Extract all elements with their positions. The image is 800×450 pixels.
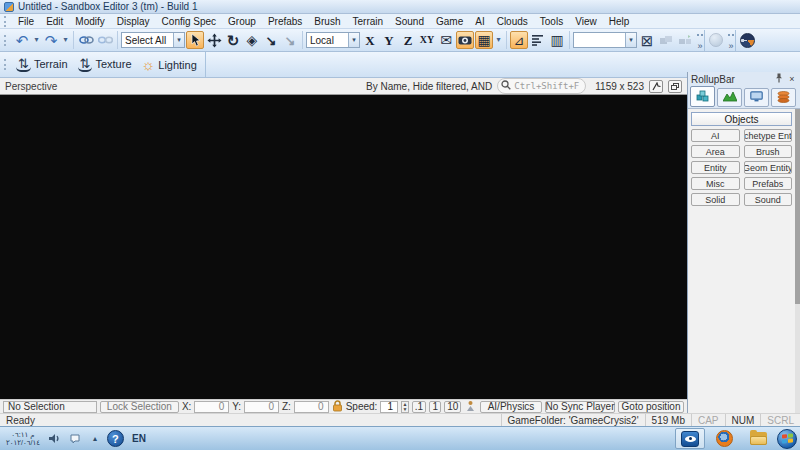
object-search-input[interactable]: Ctrl+Shift+F [497, 78, 586, 94]
camera-icon[interactable] [456, 31, 474, 49]
axis-xy-button[interactable]: XY [418, 31, 436, 49]
objects-rollup-header[interactable]: Objects [691, 112, 792, 126]
goto-position-button[interactable]: Goto position [618, 401, 684, 413]
lock-axis-icon[interactable] [332, 400, 343, 414]
action-center-icon[interactable] [67, 431, 83, 447]
menu-ai[interactable]: AI [469, 14, 490, 29]
pin-icon[interactable] [774, 73, 784, 85]
tab-layers[interactable] [771, 88, 796, 107]
menu-view[interactable]: View [569, 14, 603, 29]
redo-icon[interactable]: ↷ [42, 31, 60, 49]
redo-dropdown-icon[interactable]: ▾ [61, 31, 70, 49]
link-object-icon[interactable] [676, 31, 694, 49]
delete-named-selection-icon[interactable]: ⊠ [638, 31, 656, 49]
volume-icon[interactable] [47, 431, 63, 447]
axis-x-button[interactable]: X [361, 31, 379, 49]
filter-options-label[interactable]: By Name, Hide filtered, AND [366, 81, 492, 92]
help-question-icon[interactable]: ? [107, 430, 124, 447]
undo-dropdown-icon[interactable]: ▾ [32, 31, 41, 49]
menu-sound[interactable]: Sound [389, 14, 430, 29]
speed-preset-1-button[interactable]: 1 [429, 401, 441, 413]
taskbar-sandbox-button[interactable] [675, 428, 705, 449]
speed-preset-10-button[interactable]: 10 [444, 401, 461, 413]
object-type-entity-button[interactable]: Entity [691, 161, 740, 174]
menu-clouds[interactable]: Clouds [491, 14, 534, 29]
spin-down-icon[interactable]: ▼ [402, 407, 407, 412]
lock-selection-button[interactable]: Lock Selection [100, 401, 179, 413]
toolbar-overflow-button[interactable]: » [727, 30, 736, 51]
layer-list-icon[interactable] [529, 31, 547, 49]
object-type-archetype-entity-button[interactable]: Archetype Entity [744, 129, 793, 142]
menu-edit[interactable]: Edit [40, 14, 69, 29]
menu-tools[interactable]: Tools [534, 14, 569, 29]
follow-terrain-icon[interactable]: ↘ [281, 31, 299, 49]
taskbar-explorer-button[interactable] [743, 428, 773, 449]
perspective-viewport[interactable] [0, 95, 687, 399]
object-type-sound-button[interactable]: Sound [744, 193, 793, 206]
viewport-restore-button[interactable] [668, 80, 682, 93]
terrain-snap-player-icon[interactable] [464, 400, 477, 414]
terrain-button[interactable]: ⇅ Terrain [12, 55, 74, 75]
start-button[interactable] [777, 429, 797, 449]
material-sphere-icon[interactable] [707, 31, 725, 49]
language-indicator[interactable]: EN [128, 433, 150, 444]
object-type-ai-button[interactable]: AI [691, 129, 740, 142]
select-object-icon[interactable] [657, 31, 675, 49]
undo-icon[interactable]: ↶ [13, 31, 31, 49]
z-coordinate-field[interactable]: 0 [294, 401, 329, 413]
menu-help[interactable]: Help [603, 14, 636, 29]
link-icon[interactable] [77, 31, 95, 49]
combo-arrow-icon[interactable]: ▾ [625, 33, 636, 47]
ai-physics-button[interactable]: AI/Physics [480, 401, 542, 413]
taskbar-firefox-button[interactable] [709, 428, 739, 449]
viewport-mode-label[interactable]: Perspective [5, 81, 57, 92]
terrain-collision-icon[interactable]: ✉ [437, 31, 455, 49]
unlink-icon[interactable] [96, 31, 114, 49]
tab-display[interactable] [744, 88, 769, 107]
taskbar-clock[interactable]: م ٠٦:١١ ٢٠١٢/٠٦/١٤ [3, 431, 43, 447]
texture-button[interactable]: ⇅ Texture [74, 55, 138, 75]
menu-terrain[interactable]: Terrain [346, 14, 389, 29]
combo-arrow-icon[interactable]: ▾ [348, 33, 359, 47]
y-coordinate-field[interactable]: 0 [244, 401, 279, 413]
object-list-icon[interactable]: ▥ [548, 31, 566, 49]
combo-arrow-icon[interactable]: ▾ [173, 33, 184, 47]
menu-game[interactable]: Game [430, 14, 469, 29]
x-coordinate-field[interactable]: 0 [194, 401, 229, 413]
select-tool-button[interactable] [186, 31, 204, 49]
snap-grid-icon[interactable]: ▦ [475, 31, 493, 49]
show-hidden-icons-caret[interactable]: ▴ [87, 431, 103, 447]
axis-y-button[interactable]: Y [380, 31, 398, 49]
menu-brush[interactable]: Brush [308, 14, 346, 29]
menu-file[interactable]: File [12, 14, 40, 29]
object-type-solid-button[interactable]: Solid [691, 193, 740, 206]
tab-terrain[interactable] [717, 88, 742, 107]
toolbar-overflow-button[interactable]: » [696, 30, 705, 51]
scale-tool-icon[interactable]: ◈ [243, 31, 261, 49]
speed-stepper[interactable]: ▲▼ [401, 401, 408, 413]
axis-z-button[interactable]: Z [399, 31, 417, 49]
select-move-terrain-icon[interactable]: ↘ [262, 31, 280, 49]
object-type-geom-entity-button[interactable]: Geom Entity [744, 161, 793, 174]
lighting-button[interactable]: ☼ Lighting [138, 54, 203, 75]
no-sync-player-button[interactable]: No Sync Player [545, 401, 615, 413]
speed-preset-01-button[interactable]: .1 [412, 401, 426, 413]
reference-coords-combo[interactable]: Local ▾ [306, 32, 360, 48]
object-type-area-button[interactable]: Area [691, 145, 740, 158]
viewport-camera-settings-button[interactable] [649, 80, 663, 93]
close-icon[interactable]: × [787, 74, 797, 84]
menu-modify[interactable]: Modify [69, 14, 110, 29]
snap-grid-dropdown-icon[interactable]: ▾ [494, 31, 503, 49]
tab-objects[interactable] [690, 86, 715, 107]
speed-field[interactable]: 1 [380, 401, 398, 413]
selection-mask-combo[interactable]: Select All ▾ [121, 32, 185, 48]
menu-display[interactable]: Display [111, 14, 156, 29]
cinema-ball-icon[interactable] [738, 31, 756, 49]
named-selection-combo[interactable]: ▾ [573, 32, 637, 48]
menu-config-spec[interactable]: Config Spec [156, 14, 222, 29]
object-type-misc-button[interactable]: Misc [691, 177, 740, 190]
menu-prefabs[interactable]: Prefabs [262, 14, 308, 29]
rotate-tool-icon[interactable]: ↻ [224, 31, 242, 49]
object-type-brush-button[interactable]: Brush [744, 145, 793, 158]
move-tool-icon[interactable] [205, 31, 223, 49]
